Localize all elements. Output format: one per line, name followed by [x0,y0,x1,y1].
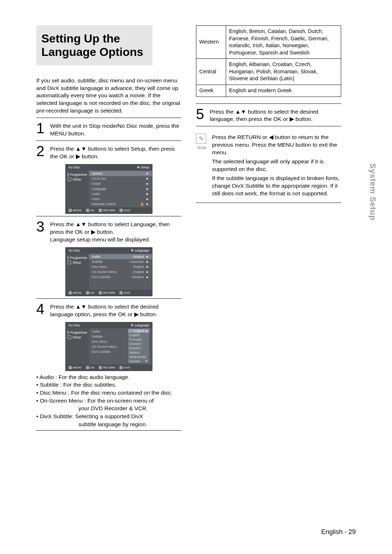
osd-status: No Disc [69,249,80,252]
step-number: 1 [36,122,46,138]
menu-item-video[interactable]: Video► [89,196,152,201]
step-1: 1 With the unit in Stop mode/No Disc mod… [36,122,181,138]
sidebar-item-setup[interactable]: Setup [68,335,87,339]
lock-icon: 🔒 [140,202,144,206]
step-text: Press the ▲▼ buttons to select Language,… [50,221,170,235]
menu-item-disc-menu[interactable]: Disc Menu: English ► [89,264,152,269]
step-text: Press the ▲▼ buttons to select Setup, th… [50,144,181,160]
divider [36,298,181,299]
sidebar-item-setup[interactable]: Setup [68,261,87,264]
dropdown-option[interactable]: Italiano [128,350,150,355]
dropdown-option[interactable]: Korean▼ [128,359,150,363]
step-subtext: Language setup menu will be displayed. [50,236,150,243]
dropdown-option[interactable]: Deutsch [128,342,150,346]
divider [36,140,181,141]
note-label: Note [196,145,208,150]
note-paragraph: The selected language will only appear i… [212,158,341,173]
dropdown-option[interactable]: Nederlands [128,355,150,359]
sidebar-item-programme[interactable]: Programme [68,173,87,176]
languages-cell: English, Breton, Catalan, Danish, Dutch,… [226,26,341,59]
menu-item-audio[interactable]: Audio: Original ► [89,254,152,259]
table-row: Central English, Albanian, Croatian, Cze… [196,59,341,85]
region-cell: Greek [196,85,226,97]
hint-return: RETURN [99,291,115,294]
osd-status: No Disc [69,166,80,169]
option-descriptions: • Audio : For the disc audio language. •… [36,373,181,428]
gear-icon [68,335,71,339]
language-dropdown[interactable]: ✓ Original▲ English Français Deutsch Esp… [127,328,150,364]
step-2: 2 Press the ▲▼ buttons to select Setup, … [36,144,181,160]
note-icon: ✎ [196,134,206,144]
osd-setup-menu: No Disc ❖ Setup Programme Setup System► … [65,164,152,214]
page-title-box: Setting Up the Language Options [36,25,152,65]
menu-item-language[interactable]: Language► [89,186,152,191]
menu-item-install[interactable]: Install► [89,181,152,186]
hint-move: MOVE [69,291,82,294]
step-number: 3 [36,220,46,244]
step-number: 4 [36,302,46,318]
tv-icon [68,256,69,260]
hint-exit: EXIT [119,366,130,369]
languages-cell: English, Albanian, Croatian, Czech, Hung… [226,59,341,85]
note-paragraph: If the subtitle language is displayed in… [212,175,341,197]
osd-status: No Disc [69,323,80,327]
step-text: Press the ▲▼ buttons to select the desir… [50,302,181,318]
dropdown-option[interactable]: Français [128,337,150,342]
osd-breadcrumb: ❖ Language [131,323,149,327]
divider [196,103,341,104]
hint-exit: EXIT [119,291,130,294]
step-4: 4 Press the ▲▼ buttons to select the des… [36,302,181,318]
languages-cell: English and modern Greek [226,85,341,97]
dropdown-option[interactable]: English [128,333,150,337]
divider [196,126,341,126]
hint-exit: EXIT [119,209,130,212]
bullet-divx-subtitle-sub: subtitle language by region. [36,420,181,428]
bullet-divx-subtitle: • DivX Subtitle: Selecting a supported D… [36,412,181,420]
table-row: Greek English and modern Greek [196,85,341,97]
hint-return: RETURN [99,209,115,212]
hint-ok: OK [86,209,95,212]
hint-move: MOVE [69,209,82,212]
menu-item-divx-subtitle[interactable]: DivX Subtitle: Western ► [89,274,152,280]
hint-ok: OK [86,291,95,294]
note-paragraph: Press the RETURN or ◀ button to return t… [212,134,341,156]
osd-breadcrumb: ❖ Language [131,249,149,252]
divider [36,216,181,216]
intro-paragraph: If you set audio, subtitle, disc menu an… [36,77,181,115]
menu-item-parental-control[interactable]: Parental Control🔒 ► [89,201,152,207]
osd-language-menu: No Disc ❖ Language Programme Setup Audio… [65,247,152,296]
step-text: Press the ▲▼ buttons to select the desir… [210,107,341,123]
hint-return: RETURN [99,366,115,369]
sidebar-item-programme[interactable]: Programme [68,256,87,260]
table-row: Western English, Breton, Catalan, Danish… [196,26,341,59]
chevron-down-icon: ▼ [145,359,148,363]
page-title: Setting Up the Language Options [41,32,147,59]
dropdown-option[interactable]: ✓ Original▲ [128,329,150,333]
divider [36,430,181,431]
hint-move: MOVE [69,366,82,369]
osd-breadcrumb: ❖ Setup [137,166,149,169]
page-footer: English - 29 [321,528,356,536]
step-number: 2 [36,144,46,160]
divider [196,203,341,203]
dropdown-option[interactable]: Español [128,346,150,350]
bullet-subtitle: • Subtitle : For the disc subtitles. [36,381,181,389]
bullet-disc-menu: • Disc Menu : For the disc menu containe… [36,389,181,397]
bullet-onscreen-menu: • On-Screen Menu : For the on-screen men… [36,397,181,405]
gear-icon [68,261,71,264]
osd-language-dropdown: No Disc ❖ Language Programme Setup Audio… [65,322,152,371]
menu-item-clock-set[interactable]: Clock Set► [89,176,152,181]
menu-item-onscreen-menu[interactable]: On-Screen Menu: English ► [89,269,152,274]
step-number: 5 [196,107,206,123]
tv-icon [68,173,69,176]
bullet-onscreen-menu-sub: your DVD Recorder & VCR. [36,404,181,412]
region-language-table: Western English, Breton, Catalan, Danish… [196,25,341,97]
hint-ok: OK [86,366,95,369]
menu-item-audio[interactable]: Audio► [89,191,152,196]
sidebar-item-programme[interactable]: Programme [68,331,87,334]
menu-item-system[interactable]: System► [89,171,152,176]
sidebar-item-setup[interactable]: Setup [68,178,87,181]
section-tab: System Setup [368,163,377,221]
menu-item-subtitle[interactable]: Subtitle: Automatic ► [89,259,152,264]
region-cell: Central [196,59,226,85]
